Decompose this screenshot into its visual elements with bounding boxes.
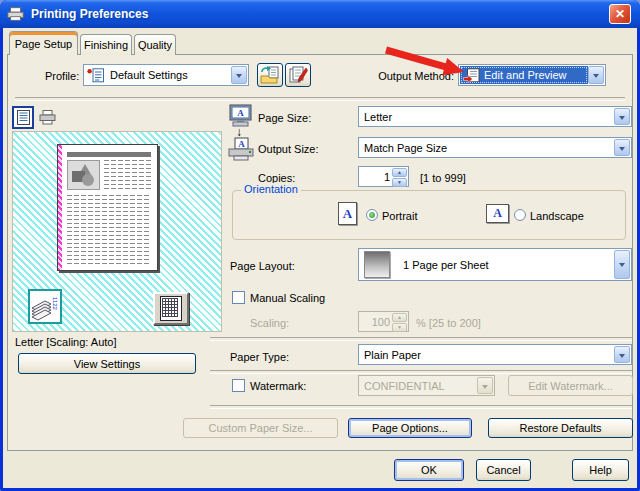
ok-button[interactable]: OK — [394, 459, 464, 481]
scaling-range-text: % [25 to 200] — [416, 317, 481, 329]
copies-range-text: [1 to 999] — [420, 172, 466, 184]
page-size-label: Page Size: — [258, 112, 311, 124]
landscape-label: Landscape — [530, 210, 584, 222]
scaling-label: Scaling: — [250, 317, 289, 329]
profile-combobox[interactable]: Default Settings — [83, 64, 249, 86]
landscape-page-icon: A — [486, 204, 509, 223]
spin-buttons: ▲▼ — [392, 313, 407, 330]
portrait-page-icon: A — [338, 202, 357, 225]
chevron-down-icon[interactable] — [614, 108, 630, 125]
chevron-down-icon — [477, 377, 493, 394]
page-size-combobox[interactable]: Letter — [358, 106, 632, 127]
dot-grid-page-icon — [160, 296, 182, 321]
cancel-button[interactable]: Cancel — [476, 459, 531, 481]
tab-label: Finishing — [84, 39, 128, 51]
help-button[interactable]: Help — [572, 459, 629, 481]
scaling-value: 100 — [361, 316, 390, 328]
preview-page-header — [67, 152, 151, 157]
custom-paper-size-button: Custom Paper Size... — [183, 418, 338, 438]
page-layout-icon — [364, 251, 390, 278]
preview-page-image — [67, 160, 100, 190]
tab-quality[interactable]: Quality — [134, 34, 176, 55]
landscape-radio[interactable] — [514, 209, 526, 221]
profile-label: Profile: — [45, 70, 79, 82]
spin-up-icon[interactable]: ▲ — [392, 168, 407, 177]
page-grid-button[interactable] — [153, 292, 189, 325]
preview-status-text: Letter [Scaling: Auto] — [15, 336, 117, 348]
page-options-label: Page Options... — [372, 422, 448, 434]
output-size-value: Match Page Size — [364, 142, 447, 154]
tab-page-setup[interactable]: Page Setup — [9, 31, 78, 55]
view-settings-label: View Settings — [74, 358, 140, 370]
chevron-down-icon[interactable] — [614, 139, 630, 156]
preview-page-binding-strip — [58, 145, 62, 270]
svg-text:1122: 1122 — [52, 297, 58, 311]
chevron-down-icon[interactable] — [231, 66, 247, 84]
spin-down-icon[interactable]: ▼ — [392, 178, 407, 187]
separator — [15, 97, 625, 101]
page-layout-combobox[interactable]: 1 Page per Sheet — [358, 248, 632, 281]
edit-watermark-label: Edit Watermark... — [528, 380, 613, 392]
manual-scaling-label: Manual Scaling — [250, 292, 325, 304]
preview-document-view-button[interactable] — [12, 106, 34, 129]
portrait-radio[interactable] — [366, 209, 378, 221]
paper-type-label: Paper Type: — [230, 351, 289, 363]
profile-icon — [87, 68, 105, 83]
tab-label: Page Setup — [15, 38, 73, 50]
watermark-label: Watermark: — [250, 380, 306, 392]
page-layout-value: 1 Page per Sheet — [403, 259, 489, 271]
spin-down-icon: ▼ — [392, 323, 407, 332]
page-options-button[interactable]: Page Options... — [348, 418, 472, 438]
output-method-selection: Edit and Preview — [460, 66, 588, 84]
printing-preferences-dialog: Printing Preferences ✕ Page Setup Finish… — [0, 0, 640, 491]
tab-finishing[interactable]: Finishing — [80, 34, 132, 55]
paper-type-combobox[interactable]: Plain Paper — [358, 344, 632, 365]
preview-printer-view-button[interactable] — [36, 107, 58, 128]
watermark-combobox: CONFIDENTIAL — [358, 375, 495, 396]
output-size-label: Output Size: — [258, 143, 319, 155]
paper-type-value: Plain Paper — [364, 349, 421, 361]
document-list-icon — [17, 110, 30, 125]
orientation-title: Orientation — [241, 183, 301, 195]
watermark-checkbox[interactable] — [232, 379, 245, 392]
view-settings-button[interactable]: View Settings — [18, 353, 196, 374]
page-layout-label: Page Layout: — [230, 260, 295, 272]
separator — [210, 337, 632, 341]
chevron-down-icon[interactable] — [614, 346, 630, 363]
manual-scaling-checkbox[interactable] — [232, 291, 245, 304]
separator — [210, 370, 632, 374]
copies-spinner[interactable]: 1 ▲▼ — [358, 166, 409, 187]
preview-page-textlines — [104, 160, 151, 190]
help-label: Help — [589, 464, 612, 476]
tab-label: Quality — [138, 39, 172, 51]
output-size-combobox[interactable]: Match Page Size — [358, 137, 632, 158]
printer-view-icon — [39, 110, 56, 125]
watermark-value: CONFIDENTIAL — [364, 380, 445, 392]
chevron-down-icon[interactable] — [614, 250, 630, 279]
restore-defaults-label: Restore Defaults — [520, 422, 602, 434]
spin-buttons[interactable]: ▲▼ — [392, 168, 407, 185]
edit-watermark-button: Edit Watermark... — [508, 375, 633, 396]
edit-profile-icon — [288, 66, 308, 85]
print-preview-area: 1122 — [12, 131, 222, 332]
spin-up-icon: ▲ — [392, 313, 407, 322]
orientation-groupbox: Orientation A Portrait A Landscape — [232, 190, 626, 240]
portrait-label: Portrait — [382, 210, 417, 222]
preview-page-textlines — [67, 195, 151, 265]
preview-page — [57, 144, 158, 271]
profile-edit-button[interactable] — [285, 63, 311, 87]
restore-defaults-button[interactable]: Restore Defaults — [488, 418, 633, 438]
ok-label: OK — [421, 464, 437, 476]
chevron-down-icon[interactable] — [588, 66, 604, 84]
close-button[interactable]: ✕ — [609, 4, 631, 24]
page-size-value: Letter — [364, 111, 392, 123]
svg-text:A: A — [237, 108, 244, 118]
printer-icon — [7, 6, 25, 22]
profile-save-button[interactable] — [257, 63, 283, 87]
annotation-arrow — [384, 44, 468, 80]
save-profile-icon — [260, 66, 280, 85]
scaling-spinner: 100 ▲▼ — [358, 311, 409, 332]
window-title: Printing Preferences — [31, 7, 148, 21]
output-method-combobox[interactable]: Edit and Preview — [458, 64, 606, 86]
titlebar: Printing Preferences — [0, 0, 640, 28]
